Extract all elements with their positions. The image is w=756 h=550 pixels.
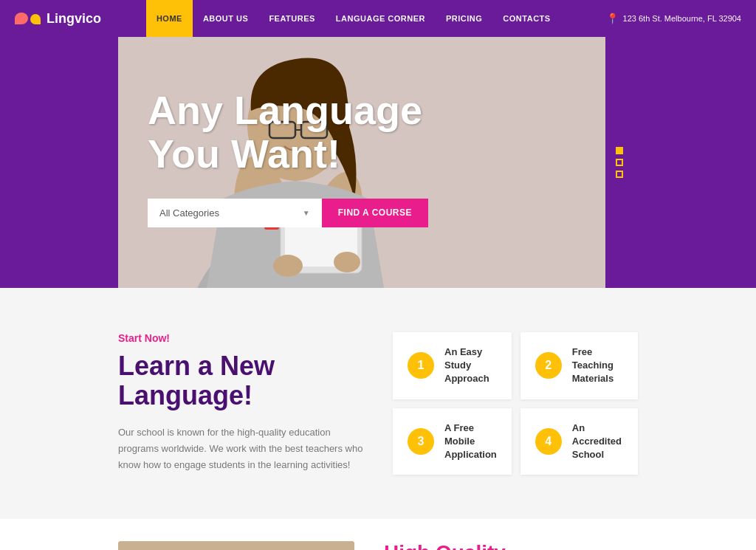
hero-text: Any Language You Want! All Categories ▼ … (148, 89, 428, 227)
feature-label-1: An Easy Study Approach (444, 346, 497, 386)
category-select-text: All Categories (159, 207, 297, 219)
category-select[interactable]: All Categories ▼ (148, 199, 322, 227)
select-arrow-icon: ▼ (303, 209, 310, 217)
find-course-button[interactable]: FIND A COURSE (322, 199, 428, 227)
nav-contacts[interactable]: CONTACTS (492, 0, 560, 37)
learn-description: Our school is known for the high-quality… (118, 424, 363, 473)
slider-dots (616, 147, 623, 178)
slider-dot-3[interactable] (616, 171, 623, 178)
nav-language-corner[interactable]: LANGUAGE CORNER (326, 0, 436, 37)
logo-bubble-pink (15, 13, 28, 24)
main-nav: HOME ABOUT US FEATURES LANGUAGE CORNER P… (146, 0, 561, 37)
svg-rect-13 (118, 541, 354, 550)
hero-title-line2: You Want! (148, 131, 340, 176)
bottom-section: High Quality (0, 519, 756, 550)
content-section: Start Now! Learn a New Language! Our sch… (0, 288, 756, 519)
hero-title: Any Language You Want! (148, 89, 428, 176)
feature-label-4: An Accredited School (572, 422, 623, 462)
feature-card-1: 1 An Easy Study Approach (393, 332, 512, 399)
svg-point-10 (273, 255, 303, 277)
hero-search-bar: All Categories ▼ FIND A COURSE (148, 199, 428, 227)
logo-text: Lingvico (47, 11, 101, 27)
location-icon: 📍 (606, 13, 619, 24)
slider-dot-2[interactable] (616, 159, 623, 166)
feature-number-1: 1 (408, 352, 434, 379)
feature-number-4: 4 (535, 428, 562, 455)
nav-features[interactable]: FEATURES (258, 0, 325, 37)
feature-label-3: A Free Mobile Application (444, 422, 497, 462)
slider-dot-1[interactable] (616, 147, 623, 154)
address-text: 123 6th St. Melbourne, FL 32904 (623, 14, 741, 23)
feature-card-4: 4 An Accredited School (520, 408, 638, 475)
hero-section: Any Language You Want! All Categories ▼ … (0, 37, 756, 288)
nav-home[interactable]: HOME (146, 0, 193, 37)
start-now-label: Start Now! (118, 332, 363, 344)
content-left: Start Now! Learn a New Language! Our sch… (118, 332, 363, 473)
feature-label-2: Free Teaching Materials (572, 346, 623, 386)
feature-number-3: 3 (408, 428, 434, 455)
svg-point-11 (334, 252, 360, 272)
bottom-text: High Quality (384, 541, 638, 550)
feature-number-2: 2 (535, 352, 562, 379)
learn-title: Learn a New Language! (118, 351, 363, 410)
learn-title-line2: Language! (118, 380, 252, 410)
logo-bubble-yellow (30, 14, 41, 24)
feature-card-2: 2 Free Teaching Materials (520, 332, 638, 399)
features-grid: 1 An Easy Study Approach 2 Free Teaching… (393, 332, 638, 475)
bottom-image (118, 541, 354, 550)
nav-about[interactable]: ABOUT US (193, 0, 258, 37)
nav-pricing[interactable]: PRICING (436, 0, 492, 37)
logo-icon (15, 13, 41, 24)
high-quality-title: High Quality (384, 541, 638, 550)
address-bar: 📍 123 6th St. Melbourne, FL 32904 (606, 13, 741, 24)
learn-title-line1: Learn a New (118, 351, 275, 381)
feature-card-3: 3 A Free Mobile Application (393, 408, 512, 475)
header: Lingvico HOME ABOUT US FEATURES LANGUAGE… (0, 0, 756, 37)
bottom-illustration (118, 541, 354, 550)
hero-title-line1: Any Language (148, 88, 422, 132)
logo[interactable]: Lingvico (15, 11, 101, 27)
